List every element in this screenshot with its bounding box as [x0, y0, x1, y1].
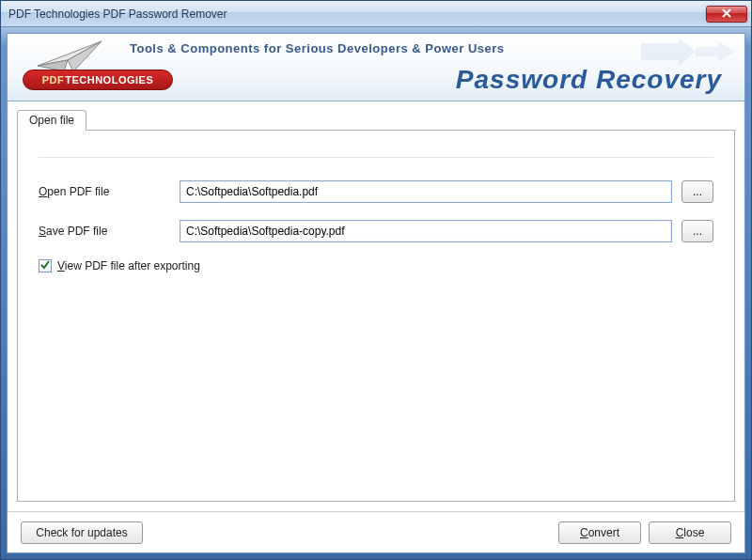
brand-rest: TECHNOLOGIES	[65, 74, 153, 86]
row-view-after: View PDF file after exporting	[39, 259, 713, 272]
window-body: PDFTECHNOLOGIES Tools & Components for S…	[1, 27, 751, 559]
brand-pill: PDFTECHNOLOGIES	[23, 70, 173, 90]
window-title: PDF Technologies PDF Password Remover	[8, 8, 706, 21]
view-after-checkbox[interactable]	[39, 259, 52, 272]
svg-marker-0	[641, 38, 696, 66]
view-after-label: View PDF file after exporting	[57, 259, 200, 272]
app-window: PDF Technologies PDF Password Remover	[0, 0, 752, 560]
tabstrip: Open file	[17, 109, 735, 130]
browse-save-button[interactable]: ...	[682, 220, 713, 242]
tagline: Tools & Components for Serious Developer…	[130, 41, 505, 55]
window-close-button[interactable]	[706, 6, 747, 23]
open-pdf-input[interactable]	[180, 180, 672, 203]
save-pdf-input[interactable]	[180, 220, 672, 242]
brand-prefix: PDF	[42, 74, 65, 86]
content-area: Open file Open PDF file ... Save PDF fil…	[8, 101, 744, 511]
row-save-pdf: Save PDF file ...	[39, 220, 713, 242]
check-updates-button[interactable]: Check for updates	[21, 521, 143, 544]
open-pdf-label: Open PDF file	[39, 185, 170, 198]
close-icon	[722, 8, 731, 21]
convert-button[interactable]: Convert	[558, 521, 641, 544]
save-pdf-label: Save PDF file	[39, 225, 170, 238]
banner-title: Password Recovery	[456, 65, 722, 95]
titlebar: PDF Technologies PDF Password Remover	[1, 1, 751, 27]
footer: Check for updates Convert Close	[8, 511, 744, 552]
checkmark-icon	[40, 259, 50, 272]
tab-open-file[interactable]: Open file	[17, 110, 86, 131]
banner: PDFTECHNOLOGIES Tools & Components for S…	[8, 34, 744, 101]
svg-marker-1	[696, 41, 735, 62]
main-panel: PDFTECHNOLOGIES Tools & Components for S…	[7, 33, 745, 553]
tabpage-open-file: Open PDF file ... Save PDF file ...	[17, 130, 735, 502]
divider	[39, 157, 713, 158]
close-button[interactable]: Close	[649, 521, 731, 544]
browse-open-button[interactable]: ...	[682, 180, 713, 203]
row-open-pdf: Open PDF file ...	[39, 180, 713, 203]
